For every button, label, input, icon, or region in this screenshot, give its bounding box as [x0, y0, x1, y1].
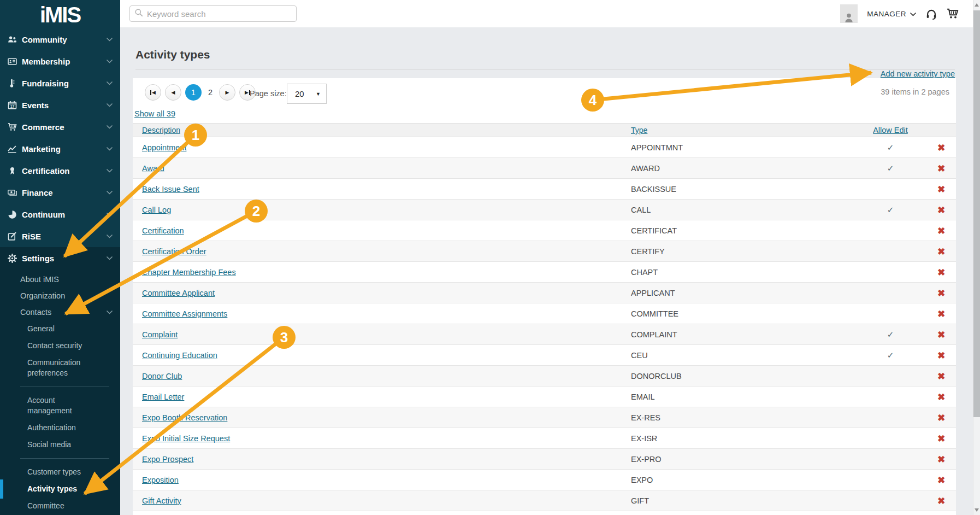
- sidebar-divider: [20, 387, 109, 387]
- chevron-down-icon: [107, 125, 113, 129]
- sidebar-item-events[interactable]: 17 Events: [0, 94, 120, 116]
- delete-x-icon[interactable]: ✖: [930, 266, 952, 278]
- delete-x-icon[interactable]: ✖: [930, 391, 952, 402]
- page-2-button[interactable]: 2: [205, 88, 215, 97]
- sidebar-item-fundraising[interactable]: Fundraising: [0, 72, 120, 94]
- delete-x-icon[interactable]: ✖: [930, 349, 952, 361]
- table-row: Expo Booth Reservation EX-RES ✖: [133, 407, 956, 428]
- delete-x-icon[interactable]: ✖: [930, 474, 952, 485]
- chevron-down-icon: [107, 191, 113, 195]
- search-input[interactable]: Keyword search: [129, 5, 297, 22]
- activity-type-code: CHAPT: [631, 268, 658, 277]
- chevron-down-icon: [107, 147, 113, 151]
- sidebar-item-community[interactable]: Community: [0, 28, 120, 50]
- table-row: Certification CERTIFICAT ✖: [133, 220, 956, 241]
- delete-x-icon[interactable]: ✖: [930, 142, 952, 153]
- delete-x-icon[interactable]: ✖: [930, 432, 952, 444]
- sidebar-item-marketing[interactable]: Marketing: [0, 138, 120, 160]
- sidebar-item-committee[interactable]: Committee: [0, 498, 120, 514]
- delete-x-icon[interactable]: ✖: [930, 453, 952, 465]
- support-headset-icon[interactable]: [925, 8, 937, 20]
- delete-x-icon[interactable]: ✖: [930, 204, 952, 215]
- sidebar-item-communication-preferences[interactable]: Communication preferences: [0, 354, 120, 382]
- delete-x-icon[interactable]: ✖: [930, 287, 952, 299]
- user-menu[interactable]: MANAGER: [867, 10, 916, 18]
- column-header-type[interactable]: Type: [631, 126, 647, 134]
- chevron-down-icon: [107, 81, 113, 85]
- activity-description-link[interactable]: Continuing Education: [142, 351, 217, 360]
- activity-description-link[interactable]: Gift Activity: [142, 496, 181, 505]
- sidebar-item-contact-security[interactable]: Contact security: [0, 337, 120, 354]
- sidebar-item-general[interactable]: General: [0, 320, 120, 337]
- sidebar-item-authentication[interactable]: Authentication: [0, 419, 120, 436]
- show-all-link[interactable]: Show all 39: [134, 109, 175, 118]
- sidebar-item-about-imis[interactable]: About iMIS: [0, 271, 120, 288]
- table-body: Appointment APPOINTMNT ✓ ✖Award AWARD ✓ …: [133, 137, 956, 511]
- column-header-description[interactable]: Description: [142, 126, 180, 134]
- page-title: Activity types: [135, 48, 210, 61]
- activity-description-link[interactable]: Email Letter: [142, 393, 184, 401]
- current-page-button[interactable]: 1: [185, 84, 202, 101]
- next-page-button[interactable]: ▶: [219, 84, 235, 101]
- sidebar-item-finance[interactable]: Finance: [0, 182, 120, 203]
- add-new-activity-type-link[interactable]: Add new activity type: [881, 69, 955, 78]
- activity-description-link[interactable]: Donor Club: [142, 372, 182, 381]
- activity-description-link[interactable]: Call Log: [142, 206, 171, 214]
- sidebar-item-contacts[interactable]: Contacts: [0, 304, 120, 320]
- shopping-cart-icon[interactable]: [947, 8, 959, 20]
- activity-description-link[interactable]: Exposition: [142, 476, 179, 484]
- delete-x-icon[interactable]: ✖: [930, 329, 952, 340]
- table-row: Complaint COMPLAINT ✓ ✖: [133, 324, 956, 345]
- vertical-scrollbar[interactable]: [973, 0, 980, 515]
- sidebar-item-certification[interactable]: Certification: [0, 160, 120, 182]
- sidebar-item-commerce[interactable]: Commerce: [0, 116, 120, 138]
- scrollbar-thumb[interactable]: [973, 10, 980, 417]
- activity-description-link[interactable]: Certification: [142, 226, 184, 235]
- activity-description-link[interactable]: Complaint: [142, 330, 178, 339]
- sidebar-item-membership[interactable]: Membership: [0, 50, 120, 72]
- settings-section: SettingsAbout iMISOrganizationContactsGe…: [0, 247, 120, 515]
- activity-description-link[interactable]: Expo Initial Size Request: [142, 434, 230, 443]
- title-divider: [135, 69, 955, 69]
- main-content: Activity types Add new activity type 39 …: [120, 27, 980, 515]
- activity-description-link[interactable]: Expo Prospect: [142, 455, 193, 464]
- delete-x-icon[interactable]: ✖: [930, 412, 952, 423]
- delete-x-icon[interactable]: ✖: [930, 370, 952, 382]
- scroll-down-arrow-icon[interactable]: [975, 508, 979, 512]
- sidebar-item-organization[interactable]: Organization: [0, 288, 120, 304]
- first-page-button[interactable]: ◀: [145, 84, 161, 101]
- activity-description-link[interactable]: Certification Order: [142, 247, 206, 256]
- activity-description-link[interactable]: Chapter Membership Fees: [142, 268, 236, 277]
- sidebar-item-rise[interactable]: RiSE: [0, 225, 120, 247]
- scroll-up-arrow-icon[interactable]: [975, 3, 979, 7]
- calendar-icon: 17: [7, 101, 17, 110]
- sidebar-item-account-management[interactable]: Account management: [0, 392, 120, 419]
- activity-type-code: CERTIFICAT: [631, 226, 677, 235]
- allow-edit-checkmark: ✓: [847, 163, 934, 173]
- avatar[interactable]: [840, 4, 858, 23]
- activity-type-code: COMPLAINT: [631, 330, 677, 339]
- column-header-allow-edit[interactable]: Allow Edit: [847, 126, 934, 134]
- prev-page-button[interactable]: ◀: [165, 84, 181, 101]
- delete-x-icon[interactable]: ✖: [930, 183, 952, 195]
- sidebar-item-settings[interactable]: Settings: [0, 247, 120, 269]
- sidebar-item-activity-types[interactable]: Activity types: [0, 481, 120, 498]
- sidebar-divider: [20, 458, 109, 459]
- delete-x-icon[interactable]: ✖: [930, 245, 952, 257]
- sidebar-nav: Community Membership Fundraising17 Event…: [0, 28, 120, 515]
- activity-description-link[interactable]: Expo Booth Reservation: [142, 413, 227, 422]
- delete-x-icon[interactable]: ✖: [930, 308, 952, 319]
- activity-type-code: EXPO: [631, 476, 653, 484]
- delete-x-icon[interactable]: ✖: [930, 162, 952, 174]
- activity-description-link[interactable]: Committee Applicant: [142, 289, 215, 297]
- sidebar-item-social-media[interactable]: Social media: [0, 436, 120, 453]
- page-size-select[interactable]: 20 ▼: [287, 84, 327, 104]
- activity-description-link[interactable]: Back Issue Sent: [142, 185, 199, 194]
- activity-description-link[interactable]: Committee Assignments: [142, 309, 227, 318]
- sidebar-item-customer-types[interactable]: Customer types: [0, 464, 120, 481]
- activity-description-link[interactable]: Appointment: [142, 143, 186, 152]
- delete-x-icon[interactable]: ✖: [930, 225, 952, 236]
- delete-x-icon[interactable]: ✖: [930, 495, 952, 506]
- activity-description-link[interactable]: Award: [142, 164, 164, 173]
- sidebar-item-continuum[interactable]: Continuum: [0, 203, 120, 225]
